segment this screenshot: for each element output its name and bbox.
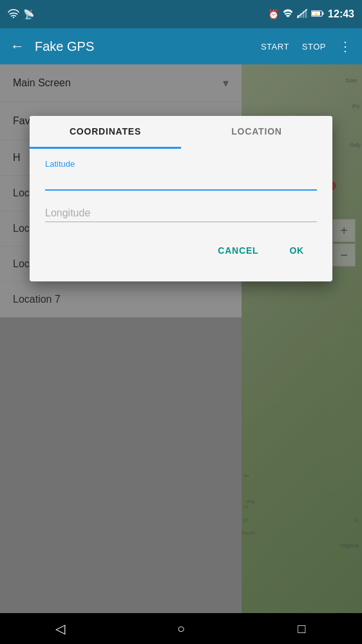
latitude-field-container: Latitude [45, 159, 317, 191]
back-button[interactable]: ← [10, 38, 24, 55]
tab-location-label: LOCATION [231, 126, 281, 137]
tab-coordinates-label: COORDINATES [70, 126, 141, 137]
stop-button[interactable]: STOP [302, 42, 326, 52]
nav-back-button[interactable]: ◁ [48, 616, 73, 641]
battery-icon: ⚡ [311, 9, 324, 19]
satellite-icon: 📡 [23, 9, 34, 19]
cancel-button[interactable]: CANCEL [210, 240, 266, 261]
longitude-input[interactable] [45, 204, 317, 222]
app-title: Fake GPS [35, 39, 261, 54]
dialog: COORDINATES LOCATION Latitude [30, 116, 332, 281]
tab-coordinates[interactable]: COORDINATES [30, 116, 181, 149]
svg-text:⚡: ⚡ [314, 12, 319, 17]
svg-point-0 [13, 16, 14, 17]
latitude-input[interactable] [45, 171, 317, 191]
latitude-label: Latitude [45, 159, 317, 169]
status-bar-right: ⏰ ⚡ [268, 8, 354, 20]
dialog-backdrop: COORDINATES LOCATION Latitude [0, 64, 362, 613]
start-button[interactable]: START [261, 42, 289, 52]
tab-location[interactable]: LOCATION [181, 116, 332, 149]
longitude-field-container [45, 204, 317, 222]
dialog-actions: CANCEL OK [45, 235, 317, 266]
ok-button[interactable]: OK [281, 240, 312, 261]
dialog-body: Latitude CANCEL OK [30, 149, 332, 281]
svg-rect-8 [322, 12, 323, 15]
signal-icon [297, 9, 307, 20]
status-time: 12:43 [328, 8, 354, 20]
svg-point-1 [287, 16, 289, 17]
bottom-nav: ◁ ○ □ [0, 613, 362, 644]
wifi-filled-icon [283, 9, 293, 19]
nav-home-button[interactable]: ○ [168, 616, 194, 641]
main-content: Main Screen ▾ Favorites ▾ H Location 4 L… [0, 64, 362, 613]
status-bar-left: 📡 [8, 9, 34, 20]
wifi-icon [8, 9, 19, 20]
status-bar: 📡 ⏰ [0, 0, 362, 28]
alarm-icon: ⏰ [268, 9, 279, 19]
app-bar: ← Fake GPS START STOP ⋮ [0, 28, 362, 64]
more-options-button[interactable]: ⋮ [339, 39, 352, 54]
app-bar-actions: START STOP ⋮ [261, 39, 352, 54]
dialog-tabs: COORDINATES LOCATION [30, 116, 332, 149]
nav-recent-button[interactable]: □ [289, 616, 314, 641]
